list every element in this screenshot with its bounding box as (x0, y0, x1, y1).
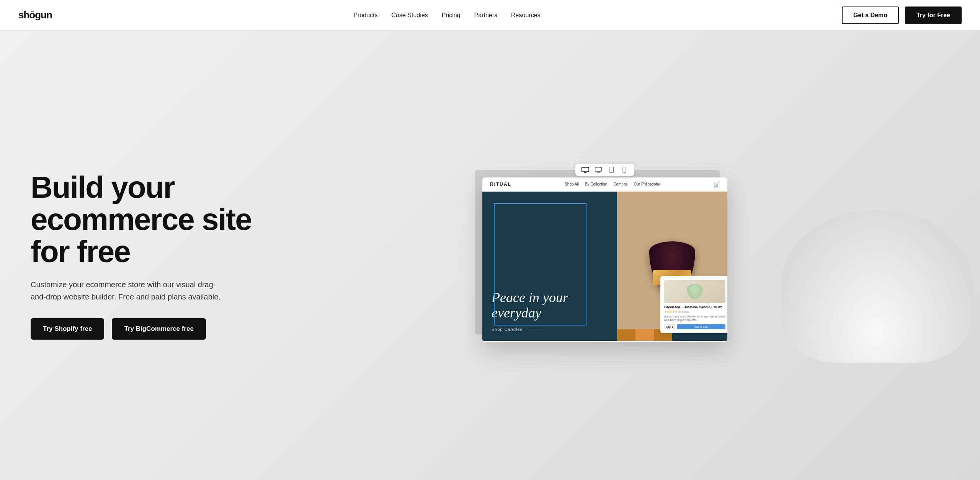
add-to-cart-button[interactable]: Add to Cart (677, 324, 725, 329)
product-small-candle (687, 284, 702, 299)
store-content: Peace in your everyday Shop Candles RITU… (482, 192, 727, 341)
product-card-description: A light, fresh scent. Perfect for all ye… (664, 315, 725, 322)
store-hero-panel: Peace in your everyday Shop Candles (482, 192, 617, 341)
try-free-button[interactable]: Try for Free (905, 7, 962, 24)
store-preview-window: RITUAL Shop All By Collection Combos Our… (482, 177, 727, 342)
product-card-image (664, 280, 725, 303)
store-nav-philosophy: Our Philosophy (634, 182, 660, 186)
store-cart-icon: 🛒 (713, 181, 720, 187)
marble-decoration (781, 210, 972, 363)
nav-item-resources[interactable]: Resources (511, 12, 540, 19)
deco-square-1 (617, 329, 635, 341)
quantity-selector[interactable]: Qty: 1 (664, 324, 675, 329)
store-cta-text: Shop Candles (492, 327, 523, 332)
svg-rect-0 (582, 167, 589, 172)
monitor-icon[interactable] (595, 167, 602, 173)
product-card-name: Green tea + Jasmine Candle - 10 oz (664, 305, 725, 309)
try-shopify-button[interactable]: Try Shopify free (31, 318, 104, 340)
navbar: shōgun Products Case Studies Pricing Par… (0, 0, 980, 31)
hero-buttons: Try Shopify free Try BigCommerce free (31, 318, 260, 340)
browser-mockup: RITUAL Shop All By Collection Combos Our… (475, 164, 735, 347)
store-cta: Shop Candles (492, 327, 608, 332)
svg-rect-4 (597, 172, 600, 172)
store-nav-combos: Combos (613, 182, 627, 186)
store-nav-collection: By Collection (585, 182, 607, 186)
product-card-actions: Qty: 1 Add to Cart (664, 324, 725, 329)
store-product-panel: RITUAL Green tea + Jasmine Candle - 10 o… (617, 192, 727, 341)
product-card: Green tea + Jasmine Candle - 10 oz ★★★★★… (660, 276, 727, 333)
desktop-icon[interactable] (581, 167, 589, 173)
hero-visual: RITUAL Shop All By Collection Combos Our… (260, 164, 949, 347)
nav-links: Products Case Studies Pricing Partners R… (353, 12, 540, 19)
mobile-icon[interactable] (621, 167, 628, 173)
nav-actions: Get a Demo Try for Free (842, 7, 962, 24)
store-nav-links: Shop All By Collection Combos Our Philos… (565, 182, 660, 186)
svg-rect-3 (595, 167, 602, 171)
device-switcher (575, 164, 634, 176)
hero-content: Build your ecommerce site for free Custo… (31, 171, 260, 340)
store-nav-shop-all: Shop All (565, 182, 579, 186)
nav-item-products[interactable]: Products (353, 12, 377, 19)
tablet-icon[interactable] (608, 167, 615, 173)
store-logo: RITUAL (490, 182, 511, 187)
nav-item-partners[interactable]: Partners (474, 12, 497, 19)
product-card-stars: ★★★★★ 8 reviews (664, 310, 725, 314)
hero-title: Build your ecommerce site for free (31, 171, 260, 268)
try-bigcommerce-button[interactable]: Try BigCommerce free (112, 318, 206, 340)
selection-overlay (494, 203, 586, 325)
nav-item-pricing[interactable]: Pricing (442, 12, 461, 19)
hero-section: Build your ecommerce site for free Custo… (0, 31, 980, 480)
get-demo-button[interactable]: Get a Demo (842, 7, 899, 24)
nav-item-case-studies[interactable]: Case Studies (392, 12, 428, 19)
hero-subtitle: Customize your ecommerce store with our … (31, 278, 230, 303)
logo[interactable]: shōgun (18, 9, 52, 21)
store-navbar: RITUAL Shop All By Collection Combos Our… (482, 177, 727, 192)
deco-square-2 (635, 329, 654, 341)
store-cta-line (527, 329, 542, 329)
svg-rect-5 (609, 167, 614, 172)
svg-rect-7 (623, 167, 626, 172)
